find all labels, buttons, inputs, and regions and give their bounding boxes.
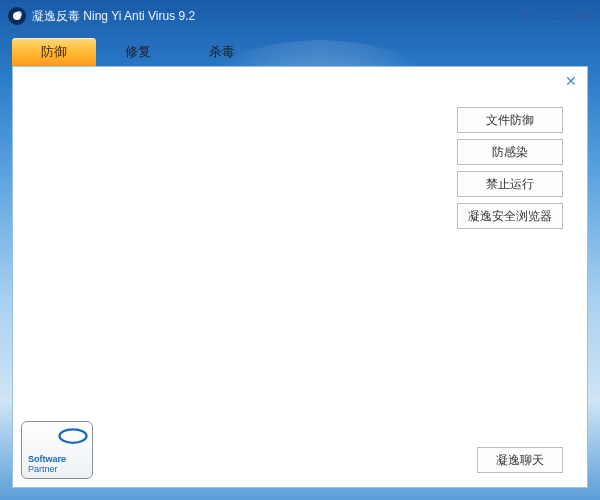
main-panel: ✕ 文件防御 防感染 禁止运行 凝逸安全浏览器 Software Partner…: [12, 66, 588, 488]
svg-rect-0: [550, 18, 560, 20]
minimize-icon[interactable]: [546, 9, 564, 23]
secure-browser-button[interactable]: 凝逸安全浏览器: [457, 203, 563, 229]
intel-partner-badge: Software Partner: [21, 421, 93, 479]
block-run-button[interactable]: 禁止运行: [457, 171, 563, 197]
badge-line2: Partner: [28, 465, 86, 474]
svg-point-1: [60, 429, 87, 443]
tab-repair[interactable]: 修复: [96, 38, 180, 66]
settings-icon[interactable]: [518, 9, 536, 23]
app-icon: [8, 7, 26, 25]
intel-logo-icon: [58, 426, 88, 446]
panel-close-icon[interactable]: ✕: [563, 73, 579, 89]
app-title: 凝逸反毒 Ning Yi Anti Virus 9.2: [32, 8, 518, 25]
close-icon[interactable]: [574, 9, 592, 23]
file-defense-button[interactable]: 文件防御: [457, 107, 563, 133]
defense-options: 文件防御 防感染 禁止运行 凝逸安全浏览器: [457, 107, 563, 229]
anti-infection-button[interactable]: 防感染: [457, 139, 563, 165]
chat-button[interactable]: 凝逸聊天: [477, 447, 563, 473]
window-controls: [518, 9, 592, 23]
tab-defense[interactable]: 防御: [12, 38, 96, 66]
tab-scan[interactable]: 杀毒: [180, 38, 264, 66]
titlebar: 凝逸反毒 Ning Yi Anti Virus 9.2: [0, 0, 600, 32]
tab-bar: 防御 修复 杀毒: [0, 32, 600, 66]
